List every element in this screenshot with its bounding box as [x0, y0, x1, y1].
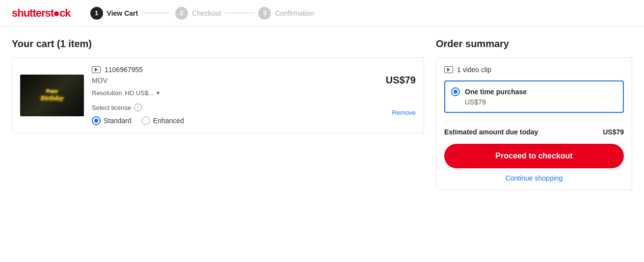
license-label: Select license: [92, 104, 131, 111]
order-summary-card: 1 video clip One time purchase US$79 Est…: [436, 57, 632, 190]
resolution-row: Resolution HD US$... ▼: [92, 89, 378, 97]
step-3-circle: 3: [258, 7, 271, 20]
purchase-option-price: US$79: [465, 98, 617, 106]
resolution-label: Resolution: [92, 89, 122, 97]
video-count-label: 1 video clip: [457, 66, 491, 74]
license-enhanced-option[interactable]: Enhanced: [141, 116, 184, 125]
continue-shopping-link[interactable]: Continue shopping: [444, 174, 624, 182]
purchase-option-name: One time purchase: [465, 88, 527, 96]
standard-label: Standard: [104, 117, 132, 125]
step-checkout: 2 Checkout: [175, 7, 221, 20]
step-2-label: Checkout: [192, 9, 221, 17]
license-options: Standard Enhanced: [92, 116, 378, 125]
item-id: 1106967955: [105, 66, 143, 74]
item-thumbnail: Happy Birthday: [20, 75, 84, 116]
video-clip-row: 1 video clip: [444, 66, 624, 74]
cart-title: Your cart (1 item): [12, 38, 424, 50]
step-confirmation: 3 Confirmation: [258, 7, 314, 20]
standard-radio[interactable]: [92, 116, 101, 125]
step-connector-1: [142, 13, 171, 13]
thumbnail-text: Happy Birthday: [41, 88, 64, 103]
estimated-label: Estimated amount due today: [444, 128, 538, 136]
purchase-option-header: One time purchase: [451, 87, 617, 96]
step-connector-2: [225, 13, 254, 13]
order-summary-section: Order summary 1 video clip One time purc…: [436, 38, 632, 190]
dropdown-arrow-icon: ▼: [156, 90, 161, 96]
estimated-amount-value: US$79: [603, 128, 624, 136]
item-id-row: 1106967955: [92, 66, 378, 74]
item-format: MOV: [92, 77, 378, 84]
step-view-cart: 1 View Cart: [90, 7, 138, 20]
resolution-value: HD US$...: [125, 89, 154, 97]
thumbnail-inner: Happy Birthday: [20, 75, 84, 116]
step-3-label: Confirmation: [275, 9, 314, 17]
enhanced-radio[interactable]: [141, 116, 150, 125]
shutterstock-logo[interactable]: shutterstck: [12, 7, 71, 20]
checkout-button[interactable]: Proceed to checkout: [444, 144, 624, 168]
item-details: 1106967955 MOV Resolution HD US$... ▼ Se…: [92, 66, 378, 125]
enhanced-label: Enhanced: [153, 117, 184, 125]
breadcrumb-steps: 1 View Cart 2 Checkout 3 Confirmation: [90, 7, 314, 20]
license-standard-option[interactable]: Standard: [92, 116, 132, 125]
summary-video-icon: [444, 66, 453, 73]
summary-divider: [444, 121, 624, 121]
item-price-area: US$79 Remove: [386, 75, 416, 116]
remove-button[interactable]: Remove: [392, 109, 416, 116]
license-row: Select license i: [92, 104, 378, 111]
cart-section: Your cart (1 item) Happy Birthday 110696…: [12, 38, 424, 190]
step-1-label: View Cart: [107, 9, 138, 17]
cart-item-card: Happy Birthday 1106967955 MOV Resolution…: [12, 57, 424, 133]
item-price: US$79: [386, 75, 416, 86]
video-icon: [92, 66, 101, 73]
purchase-option-box[interactable]: One time purchase US$79: [444, 80, 624, 113]
order-summary-title: Order summary: [436, 38, 632, 50]
one-time-purchase-radio[interactable]: [451, 87, 460, 96]
step-1-circle: 1: [90, 7, 103, 20]
resolution-dropdown[interactable]: HD US$... ▼: [125, 89, 160, 97]
info-icon[interactable]: i: [134, 104, 142, 111]
main-content: Your cart (1 item) Happy Birthday 110696…: [0, 26, 644, 202]
step-2-circle: 2: [175, 7, 188, 20]
estimated-amount-row: Estimated amount due today US$79: [444, 128, 624, 136]
header: shutterstck 1 View Cart 2 Checkout 3 Con…: [0, 0, 644, 26]
